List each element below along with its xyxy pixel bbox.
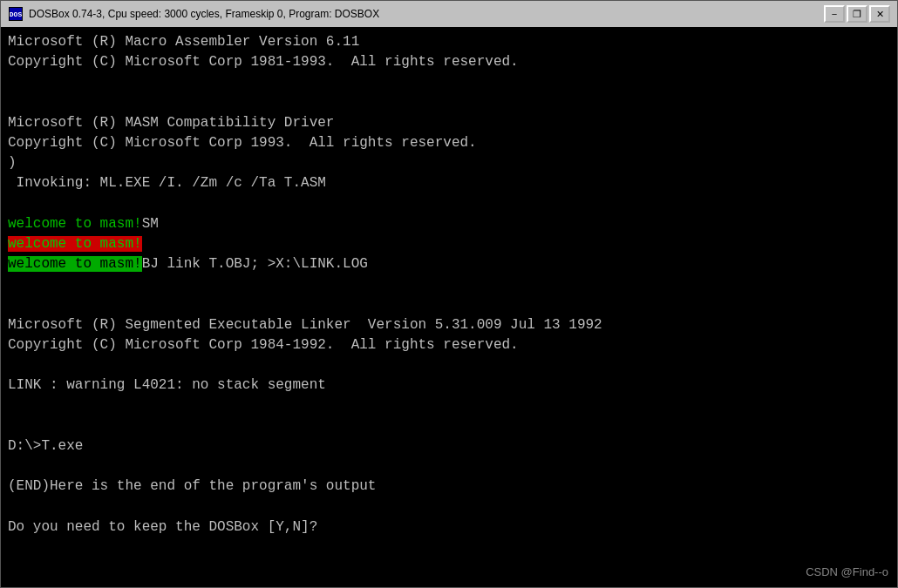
dosbox-app-icon: DOS — [8, 6, 24, 22]
title-bar-text: DOSBox 0.74-3, Cpu speed: 3000 cycles, F… — [29, 8, 824, 20]
welcome-sm-suffix: SM — [142, 216, 159, 232]
dosbox-window: DOS DOSBox 0.74-3, Cpu speed: 3000 cycle… — [0, 0, 898, 588]
console-output[interactable]: Microsoft (R) Macro Assembler Version 6.… — [1, 27, 897, 543]
line-24-empty — [8, 497, 890, 517]
line-3-empty — [8, 72, 890, 92]
dos-icon-badge: DOS — [9, 7, 23, 21]
line-4-empty — [8, 93, 890, 113]
console-wrapper: Microsoft (R) Macro Assembler Version 6.… — [1, 27, 897, 587]
line-19-empty — [8, 395, 890, 416]
watermark: CSDN @Find--o — [806, 565, 888, 578]
line-20-empty — [8, 416, 890, 436]
line-5: Microsoft (R) MASM Compatibility Driver — [8, 113, 890, 133]
line-23: (END)Here is the end of the program's ou… — [8, 476, 890, 497]
welcome-red-bg: welcome to masm! — [8, 236, 142, 252]
line-welcome2: welcome to masm! — [8, 234, 890, 254]
line-6: Copyright (C) Microsoft Corp 1993. All r… — [8, 133, 890, 153]
title-bar: DOS DOSBox 0.74-3, Cpu speed: 3000 cycle… — [1, 1, 897, 27]
line-7: ) — [8, 153, 890, 173]
line-16: Copyright (C) Microsoft Corp 1984-1992. … — [8, 335, 890, 355]
window-controls: − ❐ ✕ — [824, 5, 890, 23]
line-14-empty — [8, 294, 890, 314]
line-2: Copyright (C) Microsoft Corp 1981-1993. … — [8, 52, 890, 72]
line-welcome3: welcome to masm!BJ link T.OBJ; >X:\LINK.… — [8, 254, 890, 274]
restore-button[interactable]: ❐ — [847, 5, 867, 23]
line-22-empty — [8, 456, 890, 476]
line-18: LINK : warning L4021: no stack segment — [8, 375, 890, 395]
line-13-empty — [8, 274, 890, 294]
line-9-empty — [8, 194, 890, 214]
line-21: D:\>T.exe — [8, 436, 890, 456]
line-25: Do you need to keep the DOSBox [Y,N]? — [8, 517, 890, 537]
line-15: Microsoft (R) Segmented Executable Linke… — [8, 315, 890, 335]
minimize-button[interactable]: − — [824, 5, 845, 23]
close-button[interactable]: ✕ — [869, 5, 890, 23]
line-welcome1: welcome to masm!SM — [8, 214, 890, 234]
line-8: Invoking: ML.EXE /I. /Zm /c /Ta T.ASM — [8, 173, 890, 193]
welcome-green-text-1: welcome to masm! — [8, 216, 142, 232]
line-17-empty — [8, 355, 890, 375]
welcome-link-suffix: BJ link T.OBJ; >X:\LINK.LOG — [142, 256, 368, 272]
welcome-green-bg: welcome to masm! — [8, 256, 142, 272]
line-1: Microsoft (R) Macro Assembler Version 6.… — [8, 32, 890, 52]
